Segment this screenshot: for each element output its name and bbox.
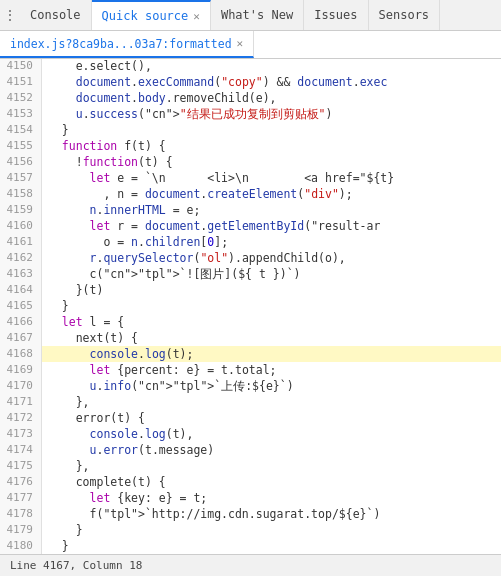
line-content: let e = `\n <li>\n <a href="${t}: [42, 170, 501, 186]
line-content: let l = {: [42, 314, 501, 330]
line-content: document.execCommand("copy") && document…: [42, 74, 501, 90]
line-content: document.body.removeChild(e),: [42, 90, 501, 106]
line-content: u.error(t.message): [42, 442, 501, 458]
line-number: 4180: [0, 538, 42, 554]
table-row: 4163 c("cn">"tpl">`![图片](${ t })`): [0, 266, 501, 282]
line-number: 4159: [0, 202, 42, 218]
line-number: 4160: [0, 218, 42, 234]
line-number: 4173: [0, 426, 42, 442]
line-number: 4175: [0, 458, 42, 474]
line-content: }: [42, 122, 501, 138]
line-number: 4177: [0, 490, 42, 506]
line-number: 4153: [0, 106, 42, 122]
table-row: 4172 error(t) {: [0, 410, 501, 426]
file-tab-bar: index.js?8ca9ba...03a7:formatted ✕: [0, 31, 501, 59]
line-content: e.select(),: [42, 59, 501, 74]
table-row: 4160 let r = document.getElementById("re…: [0, 218, 501, 234]
line-number: 4155: [0, 138, 42, 154]
tab-issues[interactable]: Issues: [304, 0, 368, 30]
file-tab-index[interactable]: index.js?8ca9ba...03a7:formatted ✕: [0, 31, 254, 58]
line-number: 4178: [0, 506, 42, 522]
line-content: console.log(t),: [42, 426, 501, 442]
tab-whats-new[interactable]: What's New: [211, 0, 304, 30]
tab-quick-source-label: Quick source: [102, 9, 189, 23]
line-content: r.querySelector("ol").appendChild(o),: [42, 250, 501, 266]
cursor-position: Line 4167, Column 18: [10, 559, 142, 572]
line-number: 4152: [0, 90, 42, 106]
line-content: },: [42, 394, 501, 410]
tab-bar: ⋮ Console Quick source ✕ What's New Issu…: [0, 0, 501, 31]
line-number: 4167: [0, 330, 42, 346]
tab-whats-new-label: What's New: [221, 8, 293, 22]
table-row: 4151 document.execCommand("copy") && doc…: [0, 74, 501, 90]
line-number: 4172: [0, 410, 42, 426]
line-content: }: [42, 538, 501, 554]
table-row: 4158 , n = document.createElement("div")…: [0, 186, 501, 202]
table-row: 4156 !function(t) {: [0, 154, 501, 170]
line-number: 4165: [0, 298, 42, 314]
line-number: 4151: [0, 74, 42, 90]
line-number: 4169: [0, 362, 42, 378]
line-number: 4150: [0, 59, 42, 74]
tab-sensors[interactable]: Sensors: [369, 0, 441, 30]
table-row: 4178 f("tpl">`http://img.cdn.sugarat.top…: [0, 506, 501, 522]
tab-bar-more[interactable]: ⋮: [0, 7, 20, 23]
line-content: complete(t) {: [42, 474, 501, 490]
line-content: let {percent: e} = t.total;: [42, 362, 501, 378]
tab-issues-label: Issues: [314, 8, 357, 22]
code-lines: 4145 function e(t) {4147 const e = docum…: [0, 59, 501, 554]
table-row: 4167 next(t) {: [0, 330, 501, 346]
table-row: 4168 console.log(t);: [0, 346, 501, 362]
table-row: 4174 u.error(t.message): [0, 442, 501, 458]
line-number: 4162: [0, 250, 42, 266]
line-number: 4164: [0, 282, 42, 298]
line-number: 4171: [0, 394, 42, 410]
code-container: 4145 function e(t) {4147 const e = docum…: [0, 59, 501, 554]
line-number: 4179: [0, 522, 42, 538]
table-row: 4175 },: [0, 458, 501, 474]
table-row: 4171 },: [0, 394, 501, 410]
line-number: 4163: [0, 266, 42, 282]
table-row: 4153 u.success("cn">"结果已成功复制到剪贴板"): [0, 106, 501, 122]
table-row: 4157 let e = `\n <li>\n <a href="${t}: [0, 170, 501, 186]
line-content: }: [42, 298, 501, 314]
file-tab-label: index.js?8ca9ba...03a7:formatted: [10, 37, 232, 51]
line-content: }(t): [42, 282, 501, 298]
line-content: console.log(t);: [42, 346, 501, 362]
tab-sensors-label: Sensors: [379, 8, 430, 22]
line-content: f("tpl">`http://img.cdn.sugarat.top/${e}…: [42, 506, 501, 522]
line-number: 4176: [0, 474, 42, 490]
line-content: let r = document.getElementById("result-…: [42, 218, 501, 234]
line-content: function f(t) {: [42, 138, 501, 154]
table-row: 4159 n.innerHTML = e;: [0, 202, 501, 218]
tab-quick-source[interactable]: Quick source ✕: [92, 0, 211, 30]
table-row: 4165 }: [0, 298, 501, 314]
line-number: 4156: [0, 154, 42, 170]
line-content: },: [42, 458, 501, 474]
status-bar: Line 4167, Column 18: [0, 554, 501, 576]
table-row: 4173 console.log(t),: [0, 426, 501, 442]
table-row: 4155 function f(t) {: [0, 138, 501, 154]
line-number: 4170: [0, 378, 42, 394]
line-content: let {key: e} = t;: [42, 490, 501, 506]
table-row: 4170 u.info("cn">"tpl">`上传:${e}`): [0, 378, 501, 394]
code-scroll-area[interactable]: 4145 function e(t) {4147 const e = docum…: [0, 59, 501, 554]
table-row: 4164 }(t): [0, 282, 501, 298]
table-row: 4162 r.querySelector("ol").appendChild(o…: [0, 250, 501, 266]
line-number: 4154: [0, 122, 42, 138]
table-row: 4161 o = n.children[0];: [0, 234, 501, 250]
line-content: u.success("cn">"结果已成功复制到剪贴板"): [42, 106, 501, 122]
table-row: 4152 document.body.removeChild(e),: [0, 90, 501, 106]
line-content: u.info("cn">"tpl">`上传:${e}`): [42, 378, 501, 394]
close-icon[interactable]: ✕: [193, 10, 200, 23]
line-number: 4161: [0, 234, 42, 250]
table-row: 4150 e.select(),: [0, 59, 501, 74]
line-number: 4158: [0, 186, 42, 202]
file-close-icon[interactable]: ✕: [237, 37, 244, 50]
line-content: error(t) {: [42, 410, 501, 426]
line-content: !function(t) {: [42, 154, 501, 170]
table-row: 4177 let {key: e} = t;: [0, 490, 501, 506]
line-number: 4157: [0, 170, 42, 186]
line-content: o = n.children[0];: [42, 234, 501, 250]
tab-console[interactable]: Console: [20, 0, 92, 30]
